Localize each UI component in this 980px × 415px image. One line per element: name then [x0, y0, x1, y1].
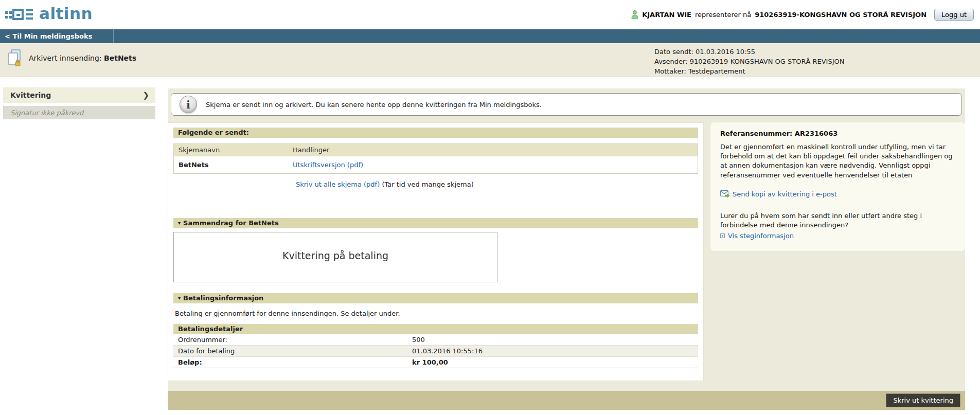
chevron-right-icon: ❯	[142, 91, 149, 100]
detail-label: Dato for betaling	[173, 346, 407, 356]
detail-value: kr 100,00	[407, 357, 453, 368]
submission-banner: Arkivert innsending: BetNets Dato sendt:…	[0, 43, 980, 77]
print-all-forms-link[interactable]: Skriv ut alle skjema (pdf)	[296, 181, 380, 188]
reference-disclaimer: Det er gjennomført en maskinell kontroll…	[720, 142, 955, 180]
user-organization: 910263919-KONGSHAVN OG STORÅ REVISJON	[755, 11, 926, 19]
reference-number: Referansenummer: AR2316063	[720, 130, 955, 137]
collapse-triangle-icon: ▾	[178, 220, 181, 226]
detail-value: 500	[407, 334, 430, 345]
user-name: KJARTAN WIE	[642, 11, 691, 19]
column-header-handlinger: Handlinger	[288, 144, 334, 156]
receipt-panel: Følgende er sendt: Skjemanavn Handlinger…	[168, 122, 704, 381]
page-title: Arkivert innsending: BetNets	[29, 54, 136, 62]
send-copy-email-link[interactable]: Send kopi av kvittering i e-post	[733, 190, 837, 198]
payment-note: Betaling er gjennomført for denne innsen…	[175, 310, 698, 317]
submission-meta: Dato sendt: 01.03.2016 10:55 Avsender: 9…	[654, 47, 844, 77]
payment-detail-row: Ordrenummer: 500	[173, 334, 698, 346]
print-version-link[interactable]: Utskriftsversjon (pdf)	[293, 161, 363, 169]
recipient: Mottaker: Testdepartement	[654, 66, 844, 76]
columns: Følgende er sendt: Skjemanavn Handlinger…	[168, 122, 965, 381]
payment-details-header: Betalingsdetaljer	[173, 324, 698, 334]
steps-question: Lurer du på hvem som har sendt inn eller…	[720, 211, 955, 230]
sidebar: Kvittering ❯ Signatur ikke påkrevd	[3, 87, 155, 119]
page-title-label: Arkivert innsending:	[29, 54, 102, 62]
summary-preview-box: Kvittering på betaling	[173, 232, 497, 282]
info-icon: i	[180, 96, 197, 113]
print-all-note: (Tar tid ved mange skjema)	[380, 181, 473, 188]
sender: Avsender: 910263919-KONGSHAVN OG STORÅ R…	[654, 57, 844, 66]
info-message-box: i Skjema er sendt inn og arkivert. Du ka…	[171, 93, 962, 116]
payment-detail-row: Dato for betaling 01.03.2016 10:55:16	[173, 346, 698, 357]
payment-detail-row-total: Beløp: kr 100,00	[173, 357, 698, 368]
user-icon	[631, 10, 638, 19]
print-all-line: Skriv ut alle skjema (pdf) (Tar tid ved …	[296, 181, 698, 188]
column-header-skjemanavn: Skjemanavn	[174, 144, 288, 156]
logo-wordmark: altinn	[39, 6, 93, 24]
sidebar-item-kvittering[interactable]: Kvittering ❯	[3, 87, 155, 103]
collapse-triangle-icon: ▾	[178, 295, 181, 301]
sent-section-header: Følgende er sendt:	[173, 128, 698, 138]
detail-label: Ordrenummer:	[173, 334, 407, 345]
reference-panel: Referansenummer: AR2316063 Det er gjenno…	[710, 122, 965, 251]
bottom-action-bar: Skriv ut kvittering	[168, 391, 965, 410]
signature-status: Signatur ikke påkrevd	[3, 106, 155, 119]
date-sent: Dato sendt: 01.03.2016 10:55	[654, 47, 844, 57]
logout-button[interactable]: Logg ut	[934, 9, 974, 21]
view-step-info-link[interactable]: Vis steginformasjon	[728, 232, 794, 240]
page-title-form-name: BetNets	[104, 54, 136, 62]
table-row: BetNets Utskriftsversjon (pdf)	[174, 156, 698, 173]
main-area: i Skjema er sendt inn og arkivert. Du ka…	[168, 88, 965, 410]
sidebar-item-label: Kvittering	[10, 91, 51, 99]
info-strip: i Skjema er sendt inn og arkivert. Du ka…	[168, 88, 965, 121]
info-message: Skjema er sendt inn og arkivert. Du kan …	[206, 101, 542, 109]
detail-value: 01.03.2016 10:55:16	[407, 346, 487, 356]
representing-label: representerer nå	[695, 11, 751, 19]
altinn-receipt-page: altinn KJARTAN WIE representerer nå 9102…	[0, 0, 980, 415]
content-region: Kvittering ❯ Signatur ikke påkrevd i Skj…	[0, 77, 980, 415]
archived-document-icon	[7, 49, 22, 67]
summary-section-header[interactable]: ▾Sammendrag for BetNets	[173, 218, 698, 228]
payment-section-header[interactable]: ▾Betalingsinformasjon	[173, 293, 698, 303]
steps-icon	[720, 233, 725, 238]
email-icon	[720, 190, 729, 197]
altinn-logo-icon	[5, 7, 34, 23]
detail-label: Beløp:	[173, 357, 407, 368]
altinn-logo[interactable]: altinn	[5, 6, 93, 24]
sent-forms-table: Skjemanavn Handlinger BetNets Utskriftsv…	[173, 143, 698, 174]
back-to-inbox-link[interactable]: < Til Min meldingsboks	[0, 29, 114, 43]
top-header: altinn KJARTAN WIE representerer nå 9102…	[0, 0, 980, 29]
nav-bar: < Til Min meldingsboks	[0, 29, 980, 43]
form-name: BetNets	[174, 157, 288, 173]
summary-content: Kvittering på betaling	[282, 250, 388, 261]
print-receipt-button[interactable]: Skriv ut kvittering	[886, 393, 960, 407]
user-area: KJARTAN WIE representerer nå 910263919-K…	[631, 9, 974, 21]
table-header-row: Skjemanavn Handlinger	[174, 144, 698, 156]
